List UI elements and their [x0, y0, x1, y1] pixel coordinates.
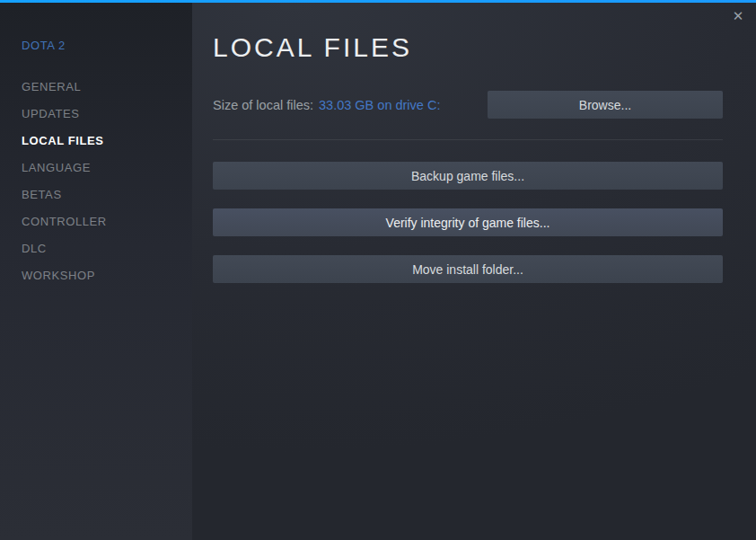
sidebar-item-general[interactable]: GENERAL: [22, 74, 183, 101]
sidebar-item-language[interactable]: LANGUAGE: [22, 155, 183, 181]
window-body: DOTA 2 GENERAL UPDATES LOCAL FILES LANGU…: [0, 3, 756, 540]
sidebar-item-betas[interactable]: BETAS: [22, 181, 183, 208]
page-title: LOCAL FILES: [213, 31, 723, 64]
sidebar-item-updates[interactable]: UPDATES: [22, 101, 183, 128]
backup-game-files-button[interactable]: Backup game files...: [213, 162, 723, 190]
size-value: 33.03 GB on drive C:: [319, 98, 440, 112]
verify-integrity-button[interactable]: Verify integrity of game files...: [213, 208, 723, 236]
size-label: Size of local files:: [213, 98, 313, 112]
game-properties-window: DOTA 2 GENERAL UPDATES LOCAL FILES LANGU…: [0, 0, 756, 540]
browse-button[interactable]: Browse...: [488, 91, 723, 119]
sidebar-game-title[interactable]: DOTA 2: [22, 39, 183, 52]
section-divider: [213, 139, 723, 140]
sidebar-item-dlc[interactable]: DLC: [22, 235, 183, 262]
settings-sidebar: DOTA 2 GENERAL UPDATES LOCAL FILES LANGU…: [0, 3, 192, 540]
sidebar-item-controller[interactable]: CONTROLLER: [22, 208, 183, 235]
close-icon[interactable]: ✕: [726, 5, 750, 27]
size-of-local-files-row: Size of local files: 33.03 GB on drive C…: [213, 91, 723, 119]
sidebar-item-local-files[interactable]: LOCAL FILES: [22, 128, 183, 155]
move-install-folder-button[interactable]: Move install folder...: [213, 255, 723, 283]
local-files-panel: ✕ LOCAL FILES Size of local files: 33.03…: [192, 3, 756, 540]
sidebar-item-workshop[interactable]: WORKSHOP: [22, 262, 183, 289]
